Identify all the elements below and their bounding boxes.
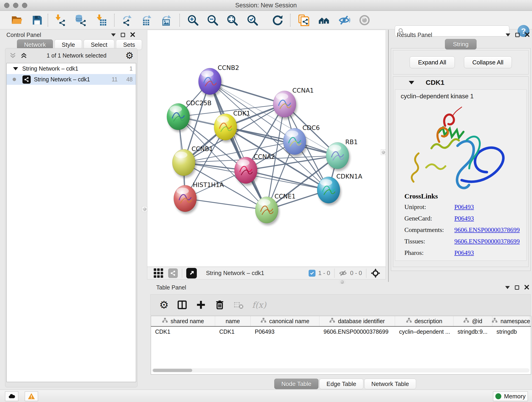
control-panel-close-button[interactable] xyxy=(130,32,135,38)
table-cell[interactable]: 9606.ENSP00000378699 xyxy=(319,327,395,337)
show-columns-icon[interactable] xyxy=(177,300,187,310)
node-CCNA1[interactable]: CCNA1 xyxy=(273,87,314,119)
node-CDC6[interactable]: CDC6 xyxy=(283,124,320,157)
delete-column-icon[interactable] xyxy=(215,300,225,310)
expand-all-icon[interactable] xyxy=(20,51,28,59)
control-panel-menu-button[interactable] xyxy=(111,33,116,36)
import-network-database-button[interactable] xyxy=(73,13,87,27)
cloud-status-button[interactable] xyxy=(5,391,18,401)
minimize-window-button[interactable] xyxy=(13,3,18,8)
birdseye-grid-icon[interactable] xyxy=(154,268,163,278)
open-in-browser-button[interactable] xyxy=(297,13,311,27)
import-table-button[interactable] xyxy=(94,13,108,27)
table-cell[interactable]: P06493 xyxy=(251,327,319,337)
crosslink-link[interactable]: P06493 xyxy=(454,203,474,211)
add-column-icon[interactable] xyxy=(196,300,206,310)
tab-network-table[interactable]: Network Table xyxy=(364,379,416,389)
table-horizontal-scrollbar[interactable] xyxy=(152,368,530,372)
table-settings-gear-icon[interactable]: ⚙ xyxy=(159,300,169,310)
network-collection-label: String Network – cdk1 xyxy=(22,65,78,72)
crosslink-link[interactable]: P06493 xyxy=(454,249,474,256)
close-window-button[interactable] xyxy=(4,3,9,8)
tab-node-table[interactable]: Node Table xyxy=(274,379,318,389)
function-builder-icon[interactable]: f(x) xyxy=(252,300,266,310)
column-header--id[interactable]: @id xyxy=(453,316,492,326)
export-network-button[interactable] xyxy=(120,13,134,27)
table-cell[interactable]: stringdb xyxy=(492,327,530,337)
protein-section-caret-icon[interactable] xyxy=(409,81,414,84)
maximize-window-button[interactable] xyxy=(22,3,27,8)
scrollbar-thumb[interactable] xyxy=(153,369,192,372)
collapse-all-icon[interactable] xyxy=(9,51,17,59)
results-panel-close-button[interactable] xyxy=(525,32,530,38)
refresh-button[interactable] xyxy=(271,13,285,27)
network-canvas[interactable]: CCNB2CCNA1CDC25BCDK1CDC6RB1CCNB1CCNA2CDK… xyxy=(147,30,386,267)
left-splitter-handle[interactable] xyxy=(142,206,147,212)
results-panel-divider[interactable] xyxy=(388,30,389,282)
traffic-lights xyxy=(4,3,27,8)
results-panel-float-button[interactable] xyxy=(515,33,520,37)
node-CCNB2[interactable]: CCNB2 xyxy=(198,64,239,97)
table-panel-menu-button[interactable] xyxy=(505,286,510,289)
table-panel-close-button[interactable] xyxy=(524,285,529,291)
node-RB1[interactable]: RB1 xyxy=(326,138,358,171)
pan-crosshair-icon[interactable] xyxy=(370,268,380,278)
table-cell[interactable]: CDK1 xyxy=(151,327,215,337)
protein-name: CDK1 xyxy=(426,79,444,86)
column-header-namespace[interactable]: namespace xyxy=(492,316,530,326)
eye-slash-icon xyxy=(338,14,350,26)
detach-view-icon[interactable] xyxy=(186,268,197,279)
show-panel-button[interactable] xyxy=(358,13,371,27)
column-header-database-identifier[interactable]: database identifier xyxy=(319,316,395,326)
column-header-shared-name[interactable]: shared name xyxy=(151,316,215,326)
memory-button[interactable]: Memory xyxy=(493,391,528,401)
selected-counter: 1 - 0 xyxy=(318,269,330,277)
tab-edge-table[interactable]: Edge Table xyxy=(319,379,363,389)
import-network-file-button[interactable] xyxy=(53,13,66,27)
column-header-name[interactable]: name xyxy=(215,316,251,326)
control-panel-float-button[interactable] xyxy=(121,33,125,37)
node-CDK1[interactable]: CDK1 xyxy=(214,110,250,142)
table-cell[interactable]: cyclin–dependent ... xyxy=(395,327,453,337)
expand-all-button[interactable]: Expand All xyxy=(410,56,455,68)
network-collection-row[interactable]: String Network – cdk1 1 xyxy=(7,63,136,74)
tab-string[interactable]: String xyxy=(445,39,476,50)
crosslink-link[interactable]: P06493 xyxy=(454,215,474,222)
table-panel-float-button[interactable] xyxy=(515,285,519,290)
tree-expand-caret-icon[interactable] xyxy=(13,67,18,70)
zoom-in-button[interactable] xyxy=(186,13,200,27)
table-cell[interactable]: stringdb:9... xyxy=(453,327,492,337)
crosslink-link[interactable]: 9606.ENSP00000378699 xyxy=(454,238,520,245)
tree-column-icon xyxy=(492,317,498,325)
export-image-button[interactable] xyxy=(159,13,173,27)
tree-column-icon xyxy=(463,317,469,325)
table-row[interactable]: CDK1CDK1P064939606.ENSP00000378699cyclin… xyxy=(151,327,531,337)
column-header-canonical-name[interactable]: canonical name xyxy=(251,316,319,326)
zoom-fit-button[interactable] xyxy=(225,13,239,27)
warnings-button[interactable] xyxy=(25,391,38,401)
crosslinks-block: CrossLinks Uniprot:P06493GeneCard:P06493… xyxy=(404,192,520,261)
string-view-icon[interactable] xyxy=(168,268,178,278)
results-panel-menu-button[interactable] xyxy=(506,33,510,36)
network-graph[interactable]: CCNB2CCNA1CDC25BCDK1CDC6RB1CCNB1CCNA2CDK… xyxy=(147,30,386,267)
network-options-gear-icon[interactable]: ⚙ xyxy=(125,51,133,60)
table-cell[interactable]: CDK1 xyxy=(215,327,251,337)
delete-table-icon[interactable] xyxy=(233,300,244,310)
node-CDC25B[interactable]: CDC25B xyxy=(167,99,211,132)
crosslink-link[interactable]: 9606.ENSP00000378699 xyxy=(454,226,520,234)
save-session-button[interactable] xyxy=(30,13,44,27)
home-pages-button[interactable] xyxy=(317,13,331,27)
node-HIST1H1A[interactable]: HIST1H1A xyxy=(174,181,224,214)
hide-panel-button[interactable] xyxy=(337,13,351,27)
open-session-button[interactable] xyxy=(10,13,23,27)
zoom-out-button[interactable] xyxy=(206,13,220,27)
right-splitter-handle[interactable] xyxy=(381,149,386,155)
network-row[interactable]: String Network – cdk1 11 48 xyxy=(7,74,136,85)
selected-nodes-checkbox[interactable] xyxy=(309,270,316,277)
zoom-selected-button[interactable] xyxy=(246,13,259,27)
node-CDKN1A[interactable]: CDKN1A xyxy=(317,173,362,205)
collapse-all-button[interactable]: Collapse All xyxy=(464,56,512,68)
export-table-button[interactable] xyxy=(140,13,153,27)
column-header-description[interactable]: description xyxy=(395,316,453,326)
edge-CCNB2-CCNE1[interactable] xyxy=(210,81,267,210)
